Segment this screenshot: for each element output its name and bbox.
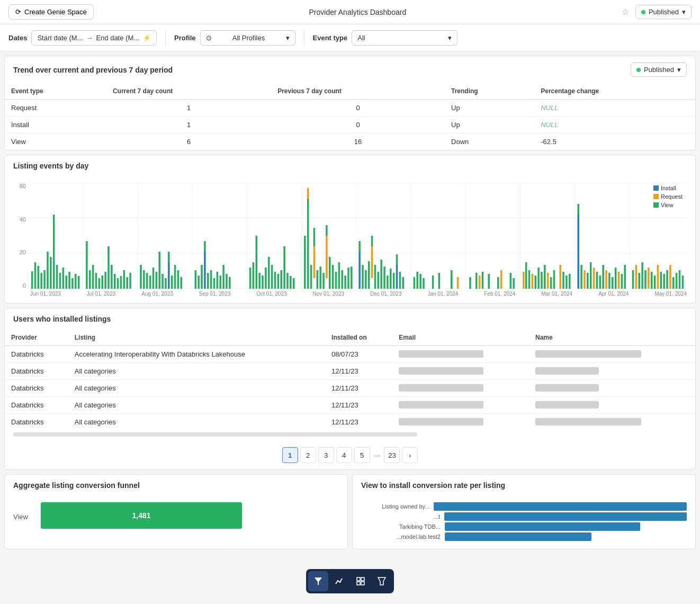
genie-icon: ⟳ bbox=[15, 8, 21, 16]
svg-rect-103 bbox=[338, 262, 340, 289]
svg-rect-174 bbox=[624, 265, 626, 289]
trend-published-badge[interactable]: Published ▾ bbox=[631, 63, 687, 77]
svg-rect-134 bbox=[469, 277, 471, 289]
svg-rect-37 bbox=[104, 272, 106, 289]
svg-rect-74 bbox=[249, 268, 252, 289]
svg-rect-113 bbox=[371, 246, 373, 278]
svg-rect-104 bbox=[341, 270, 343, 289]
svg-rect-178 bbox=[641, 262, 643, 289]
listing-cell: All categories bbox=[68, 414, 325, 431]
svg-rect-163 bbox=[590, 262, 592, 289]
pct-change-cell: NULL bbox=[534, 100, 695, 117]
y-label-40: 40 bbox=[13, 216, 26, 223]
svg-rect-148 bbox=[537, 268, 540, 289]
divider-2 bbox=[304, 30, 304, 46]
installed-cell: 08/07/23 bbox=[325, 346, 392, 363]
installed-cell: 12/11/23 bbox=[325, 414, 392, 431]
svg-rect-91 bbox=[307, 188, 309, 199]
divider-1 bbox=[165, 30, 166, 46]
svg-rect-106 bbox=[347, 268, 349, 289]
installs-section: Users who installed listings Provider Li… bbox=[4, 308, 696, 470]
svg-rect-64 bbox=[204, 252, 206, 289]
create-genie-space-button[interactable]: ⟳ Create Genie Space bbox=[8, 4, 94, 20]
table-row: Databricks All categories 12/11/23 bbox=[5, 414, 695, 431]
published-status-badge[interactable]: Published ▾ bbox=[635, 5, 692, 19]
email-cell bbox=[392, 397, 529, 414]
bar-label: ...model.lab.test2 bbox=[361, 534, 441, 540]
svg-rect-77 bbox=[258, 273, 261, 289]
svg-rect-93 bbox=[313, 246, 316, 278]
y-label-0: 0 bbox=[13, 282, 26, 289]
installs-section-title: Users who installed listings bbox=[13, 315, 111, 323]
page-4-button[interactable]: 4 bbox=[336, 447, 352, 463]
date-range-input[interactable]: Start date (M... → End date (M... ⚡ bbox=[31, 30, 157, 46]
svg-rect-29 bbox=[75, 274, 77, 289]
provider-cell: Databricks bbox=[5, 380, 68, 397]
svg-rect-165 bbox=[596, 272, 598, 289]
svg-rect-142 bbox=[513, 278, 515, 289]
y-label-20: 20 bbox=[13, 249, 26, 255]
event-type-cell: Install bbox=[5, 117, 106, 134]
svg-rect-19 bbox=[43, 270, 46, 289]
svg-rect-61 bbox=[195, 270, 197, 289]
table-scrollbar[interactable] bbox=[5, 430, 695, 441]
bar-label: Listing owned by... bbox=[361, 503, 429, 510]
table-row: Install 1 0 Up NULL bbox=[5, 117, 695, 134]
page-3-button[interactable]: 3 bbox=[318, 447, 334, 463]
x-label-jul: Jul 01, 2023 bbox=[87, 291, 116, 297]
svg-rect-48 bbox=[146, 273, 148, 289]
svg-rect-58 bbox=[174, 265, 176, 289]
page-23-button[interactable]: 23 bbox=[384, 447, 400, 463]
lightning-icon: ⚡ bbox=[142, 34, 151, 42]
pagination: 1 2 3 4 5 ··· 23 › bbox=[5, 441, 695, 469]
svg-rect-81 bbox=[271, 265, 273, 289]
conversion-chart: Listing owned by... ...t Tarkibing TDB..… bbox=[353, 496, 695, 549]
list-item: Tarkibing TDB... bbox=[361, 522, 687, 531]
svg-rect-166 bbox=[599, 276, 602, 289]
funnel-container: View 1,481 bbox=[5, 496, 347, 537]
page-next-button[interactable]: › bbox=[402, 447, 418, 463]
email-cell bbox=[392, 414, 529, 431]
svg-rect-138 bbox=[488, 274, 490, 289]
star-icon[interactable]: ☆ bbox=[622, 7, 629, 17]
col-trending: Trending bbox=[445, 83, 534, 100]
svg-rect-164 bbox=[593, 268, 595, 289]
svg-rect-169 bbox=[608, 273, 611, 289]
svg-rect-125 bbox=[402, 277, 404, 289]
svg-rect-41 bbox=[117, 278, 119, 289]
svg-rect-27 bbox=[68, 272, 70, 289]
svg-rect-144 bbox=[525, 262, 527, 289]
bar-label: ...t bbox=[361, 513, 440, 520]
page-5-button[interactable]: 5 bbox=[354, 447, 370, 463]
svg-rect-141 bbox=[510, 273, 512, 289]
svg-rect-34 bbox=[95, 273, 97, 289]
arrow-separator: → bbox=[86, 34, 93, 42]
svg-rect-51 bbox=[156, 272, 158, 289]
svg-rect-71 bbox=[222, 265, 225, 289]
event-type-select[interactable]: All ▾ bbox=[352, 30, 457, 46]
svg-rect-96 bbox=[319, 267, 321, 289]
bar-fill bbox=[445, 532, 591, 541]
end-date-text: End date (M... bbox=[96, 34, 139, 42]
svg-rect-167 bbox=[602, 265, 604, 289]
status-dot bbox=[636, 68, 641, 72]
svg-rect-140 bbox=[500, 270, 502, 289]
profile-label: Profile bbox=[174, 34, 195, 42]
conversion-section: View to install conversion rate per list… bbox=[352, 474, 696, 549]
dates-filter-group: Dates Start date (M... → End date (M... … bbox=[8, 30, 157, 46]
svg-rect-83 bbox=[277, 274, 280, 289]
svg-rect-108 bbox=[358, 252, 361, 289]
page-2-button[interactable]: 2 bbox=[300, 447, 316, 463]
svg-rect-54 bbox=[165, 278, 167, 289]
profile-select[interactable]: ⊙ All Profiles ▾ bbox=[200, 30, 295, 46]
svg-rect-55 bbox=[168, 262, 170, 289]
svg-rect-60 bbox=[181, 277, 183, 289]
x-label-feb: Feb 01, 2024 bbox=[484, 291, 515, 297]
installs-table: Provider Listing Installed on Email Name… bbox=[5, 330, 695, 430]
page-1-button[interactable]: 1 bbox=[282, 447, 298, 463]
svg-rect-31 bbox=[86, 241, 88, 289]
svg-rect-161 bbox=[584, 270, 586, 289]
bar-fill bbox=[445, 522, 640, 531]
svg-rect-35 bbox=[98, 278, 101, 289]
name-cell bbox=[529, 363, 695, 380]
